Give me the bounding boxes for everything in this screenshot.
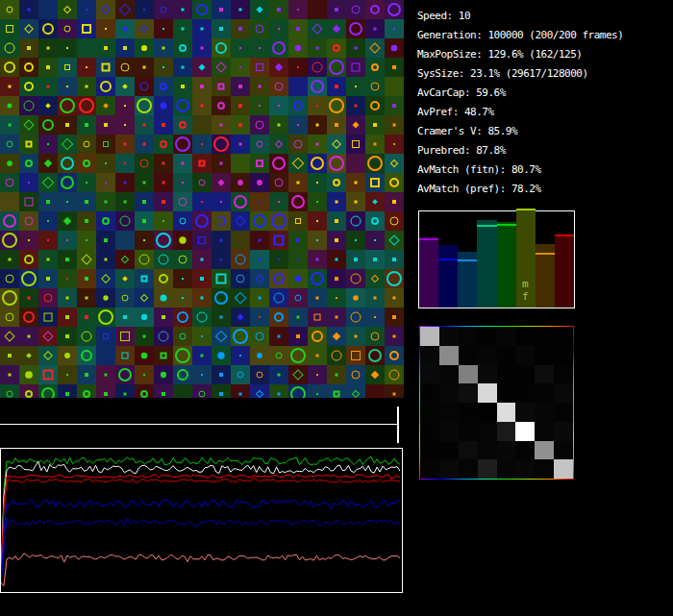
species-bar-marker bbox=[555, 234, 574, 236]
species-bar-marker bbox=[497, 224, 516, 226]
matrix-cell bbox=[554, 403, 573, 422]
matrix-cell bbox=[459, 403, 478, 422]
matrix-cell bbox=[420, 365, 439, 384]
matrix-cell bbox=[535, 346, 554, 365]
world-grid-canvas[interactable] bbox=[0, 0, 404, 398]
matrix-cell bbox=[515, 441, 535, 460]
blue-line-2 bbox=[1, 518, 400, 583]
matrix-cell bbox=[439, 422, 459, 441]
matrix-cell bbox=[459, 383, 478, 403]
stat-avmatch-pref: AvMatch (pref): 78.2% bbox=[417, 180, 623, 199]
stat-syssize: SysSize: 23.1% (29617/128000) bbox=[417, 64, 623, 84]
species-matrix-heatmap bbox=[419, 326, 574, 480]
time-series-plot bbox=[1, 449, 400, 590]
matrix-cell bbox=[439, 441, 459, 460]
stats-panel: Speed: 10 Generation: 100000 (200/200 fr… bbox=[417, 7, 623, 199]
matrix-cell bbox=[439, 459, 459, 479]
pink-line bbox=[1, 554, 400, 586]
matrix-cell bbox=[497, 365, 516, 384]
matrix-cell bbox=[439, 365, 459, 384]
stat-maxpopsize: MaxPopSize: 129.6% (162/125) bbox=[417, 45, 623, 64]
matrix-cell bbox=[554, 459, 573, 479]
stat-speed: Speed: 10 bbox=[417, 7, 623, 26]
matrix-cell bbox=[515, 403, 535, 422]
matrix-cell bbox=[515, 365, 535, 384]
matrix-cell bbox=[420, 403, 439, 422]
matrix-cells bbox=[420, 327, 573, 479]
matrix-cell bbox=[515, 346, 535, 365]
matrix-cell bbox=[420, 441, 439, 460]
species-bar-marker bbox=[438, 259, 458, 260]
matrix-cell bbox=[554, 383, 573, 403]
matrix-cell bbox=[478, 383, 497, 403]
species-bar-marker bbox=[516, 209, 536, 210]
species-bar-marker bbox=[477, 225, 496, 227]
male-female-label: m f bbox=[516, 278, 536, 303]
matrix-cell bbox=[515, 383, 535, 403]
matrix-cell bbox=[535, 383, 554, 403]
matrix-border-right bbox=[573, 326, 574, 480]
matrix-cell bbox=[439, 383, 459, 403]
matrix-cell bbox=[535, 422, 554, 441]
stat-avcarcap: AvCarCap: 59.6% bbox=[417, 84, 623, 103]
matrix-cell bbox=[497, 403, 516, 422]
matrix-cell bbox=[420, 327, 439, 346]
matrix-cell bbox=[420, 422, 439, 441]
stat-avpref: AvPref: 48.7% bbox=[417, 103, 623, 122]
red-line-2 bbox=[1, 478, 400, 583]
species-bar-marker bbox=[536, 253, 555, 255]
species-bar-marker bbox=[458, 259, 477, 261]
matrix-cell bbox=[497, 441, 516, 460]
stat-generation: Generation: 100000 (200/200 frames) bbox=[417, 26, 623, 45]
matrix-cell bbox=[554, 422, 573, 441]
matrix-cell bbox=[535, 441, 554, 460]
timeline-marker[interactable] bbox=[397, 407, 399, 443]
species-bars bbox=[419, 211, 574, 308]
matrix-cell bbox=[459, 346, 478, 365]
species-bar-chart: m f bbox=[418, 210, 575, 308]
matrix-cell bbox=[478, 403, 497, 422]
species-bar bbox=[438, 245, 458, 308]
matrix-cell bbox=[535, 365, 554, 384]
red-line-1 bbox=[1, 475, 400, 583]
matrix-cell bbox=[459, 327, 478, 346]
matrix-cell bbox=[478, 441, 497, 460]
matrix-cell bbox=[535, 403, 554, 422]
matrix-cell bbox=[535, 327, 554, 346]
stat-purebred: Purebred: 87.8% bbox=[417, 141, 623, 160]
matrix-cell bbox=[554, 346, 573, 365]
blue-line-1 bbox=[1, 500, 400, 583]
matrix-cell bbox=[459, 441, 478, 460]
matrix-cell bbox=[535, 459, 554, 479]
matrix-cell bbox=[497, 422, 516, 441]
species-bar bbox=[419, 237, 438, 308]
matrix-cell bbox=[515, 422, 535, 441]
matrix-cell bbox=[515, 459, 535, 479]
matrix-cell bbox=[478, 459, 497, 479]
stat-cramers-v: Cramer's V: 85.9% bbox=[417, 122, 623, 141]
matrix-cell bbox=[478, 346, 497, 365]
matrix-cell bbox=[554, 327, 573, 346]
species-bar bbox=[497, 222, 516, 308]
matrix-cell bbox=[459, 459, 478, 479]
species-bar bbox=[477, 220, 496, 308]
matrix-cell bbox=[497, 346, 516, 365]
matrix-cell bbox=[420, 383, 439, 403]
matrix-cell bbox=[439, 346, 459, 365]
matrix-cell bbox=[497, 383, 516, 403]
matrix-cell bbox=[478, 422, 497, 441]
matrix-cell bbox=[554, 365, 573, 384]
matrix-cell bbox=[515, 327, 535, 346]
timeline-track[interactable] bbox=[0, 424, 398, 425]
matrix-cell bbox=[439, 403, 459, 422]
matrix-cell bbox=[459, 365, 478, 384]
matrix-cell bbox=[497, 459, 516, 479]
matrix-cell bbox=[420, 459, 439, 479]
matrix-cell bbox=[497, 327, 516, 346]
matrix-cell bbox=[554, 441, 573, 460]
species-bar-marker bbox=[419, 238, 438, 240]
time-series-chart bbox=[0, 448, 403, 593]
matrix-cell bbox=[459, 422, 478, 441]
species-bar bbox=[555, 234, 574, 308]
matrix-border-bottom bbox=[419, 479, 574, 480]
